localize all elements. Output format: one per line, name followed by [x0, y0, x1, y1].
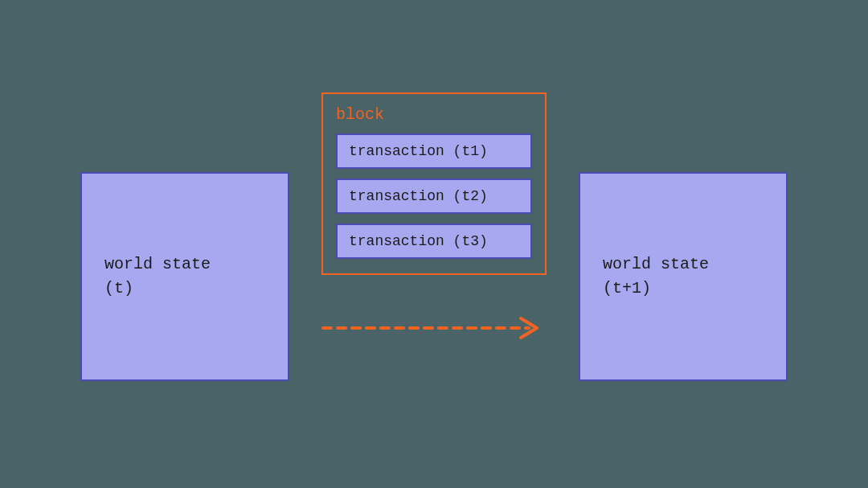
block-container: block transaction (t1) transaction (t2) … [321, 92, 547, 275]
transaction-item: transaction (t2) [336, 178, 532, 214]
block-title: block [336, 105, 532, 124]
transaction-item: transaction (t1) [336, 133, 532, 169]
state-line2: (t+1) [603, 279, 651, 297]
state-line1: world state [603, 255, 709, 273]
world-state-after-label: world state (t+1) [580, 252, 709, 301]
world-state-before-label: world state (t) [82, 252, 211, 301]
state-line1: world state [104, 255, 211, 273]
arrow-icon [321, 316, 547, 340]
world-state-before: world state (t) [80, 172, 289, 381]
state-line2: (t) [104, 279, 133, 297]
diagram-stage: world state (t) block transaction (t1) t… [0, 0, 868, 488]
world-state-after: world state (t+1) [579, 172, 788, 381]
transaction-item: transaction (t3) [336, 223, 532, 259]
